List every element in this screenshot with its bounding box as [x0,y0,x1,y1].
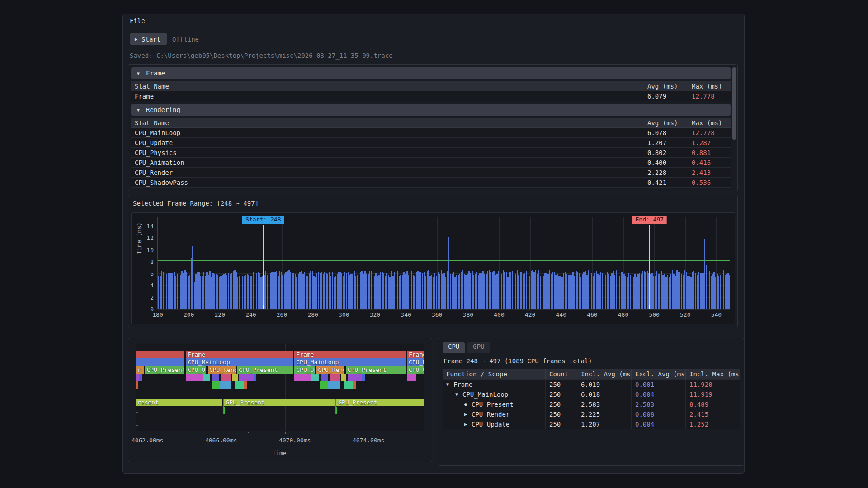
timeline-segment-GPU_Present[interactable]: GPU_Present [224,399,335,406]
timeline-segment-subscope-row-2[interactable] [344,381,353,389]
timeline-segment-Frame[interactable]: Frame [294,351,405,358]
frame-bar [428,270,429,309]
frame-bar [316,273,318,309]
column-header: Avg (ms) [642,118,686,127]
timeline-segment-subscope-row-2[interactable] [235,381,244,389]
start-marker-label[interactable]: Start: 248 [242,216,284,224]
timeline-segment-subscope-row-1[interactable] [321,374,328,381]
frame-bar [484,274,486,309]
frame-bar [285,272,287,309]
timeline-segment-CPU_Render[interactable]: CPU_Render [316,366,344,374]
excl-avg-cell: 2.583 [632,399,686,409]
timeline-segment-subscope-row-1[interactable] [348,374,363,381]
timeline-segment-subscope-row-1[interactable] [232,374,237,381]
timeline-segment-subscope-row-2[interactable] [320,381,328,389]
timeline-segment-Frame[interactable]: Frame [407,351,424,358]
timeline-segment-CPU_MainLoop[interactable]: CPU_MainLoop [294,358,405,366]
tree-expand-icon[interactable]: ▼ [446,380,449,389]
timeline-segment-subscope-row-1[interactable] [330,374,340,381]
menu-file[interactable]: File [123,14,152,28]
play-icon: ▶ [135,37,137,42]
scrollbar-thumb[interactable] [732,67,736,140]
frame-bar [514,274,515,309]
start-button[interactable]: ▶ Start [130,33,167,45]
function-row[interactable]: ▶CPU_Update2501.2070.0041.252 [443,419,740,429]
tree-expand-icon[interactable]: ▶ [464,409,467,419]
timeline-segment-Frame[interactable]: Frame [186,351,293,358]
tree-expand-icon[interactable]: ▶ [464,419,467,429]
timeline-segment-r[interactable]: r [136,366,144,374]
timeline-segment-subscope-row-1[interactable] [136,374,139,381]
function-row[interactable]: ▶CPU_Render2502.2250.0082.415 [443,409,740,419]
stat-avg: 1.207 [642,138,686,147]
timeline-canvas[interactable]: FrameFrameFrameCPU_MainLoopCPU_MainLoopC… [136,344,424,431]
timeline-segment-GPU_Present[interactable]: GPU_Present [336,399,424,406]
tree-expand-icon[interactable]: ▼ [455,389,458,399]
frame-bar [330,276,332,309]
timeline-segment-subscope-row-1[interactable] [362,374,365,381]
timeline-segment-CPU_MainLoop[interactable]: CPU_MainLoop [186,358,293,366]
frame-bar [542,274,543,309]
timeline-segment-subscope-row-2[interactable] [212,381,220,389]
timeline-segment-CPU_MainLoop[interactable]: CPU_MainLoop [407,358,424,366]
tab-cpu[interactable]: CPU [443,342,465,353]
frame-bar [296,277,297,309]
timeline-segment-subscope-row-2[interactable] [328,381,339,389]
frame-bar [253,272,254,309]
section-header-rendering[interactable]: ▼Rendering [131,104,731,116]
end-marker-label[interactable]: End: 497 [632,216,667,224]
details-panel: CPUGPU Frame 248 ~ 497 (1089 CPU frames … [438,338,744,466]
timeline-segment-subscope-row-1[interactable] [341,374,346,381]
timeline-segment-subscope-row-1[interactable] [221,374,231,381]
stats-scrollbar[interactable] [732,67,736,188]
timeline-segment-subscope-row-1[interactable] [294,374,311,381]
frame-bar [630,275,631,309]
timeline-segment-subscope-row-2[interactable] [220,381,231,389]
timeline-segment-CPU_Present[interactable]: CPU_Present [346,366,406,374]
track-tick [136,412,138,413]
timeline-segment-CPU_Update[interactable]: CPU_Update [186,366,207,374]
frame-bar [431,275,433,309]
frame-time-chart[interactable]: 0246810121418020022024026028030032034036… [131,212,735,324]
timeline-segment-CPU_Present[interactable]: CPU_Present [145,366,184,374]
end-marker-line[interactable] [649,225,650,309]
function-row[interactable]: ▼CPU_MainLoop2506.0180.00411.919 [443,389,740,399]
timeline-segment-subscope-row-1[interactable] [311,374,319,381]
tab-gpu[interactable]: GPU [467,342,490,353]
frame-bar [338,272,340,309]
section-header-frame[interactable]: ▼Frame [131,67,731,79]
timeline-segment-mainloop-row[interactable] [136,358,184,366]
timeline-segment-subscope-row-1[interactable] [186,374,203,381]
timeline-segment-CPU_Present[interactable]: CPU_Present [237,366,293,374]
timeline-segment-subscope-row-1[interactable] [407,374,416,381]
axis-tick [396,432,396,433]
timeline-segment-subscope-row-2[interactable] [136,381,138,389]
timeline-segment-CPU_Update[interactable]: CPU_Update [294,366,315,374]
timeline-segment-CPU_Update[interactable]: CPU_Update [407,366,424,374]
timeline-segment-subscope-row-1[interactable] [239,374,254,381]
chart-plot-area[interactable]: 0246810121418020022024026028030032034036… [157,217,730,309]
timeline-segment-subscope-row-1[interactable] [203,374,210,381]
timeline-segment-subscope-row-1[interactable] [139,374,142,381]
timeline-segment-CPU_Render[interactable]: CPU_Render [208,366,236,374]
tree-expand-icon[interactable]: ● [464,399,467,409]
frame-bar [676,270,678,309]
timeline-segment-subscope-row-1[interactable] [212,374,219,381]
timeline-segment-subscope-row-1[interactable] [254,374,257,381]
function-row[interactable]: ●CPU_Present2502.5832.5838.489 [443,399,740,409]
start-marker-line[interactable] [263,225,264,309]
frame-bar [700,273,701,309]
timeline-segment-subscope-row-2[interactable] [244,381,247,389]
timeline-segment-resent[interactable]: resent [136,399,222,406]
timeline-segment-frame-row[interactable] [136,351,184,358]
frame-bar [241,275,242,309]
function-name: CPU_MainLoop [462,389,508,399]
frame-bar [282,275,283,309]
incl-max-cell: 2.415 [686,409,740,419]
timeline-segment-subscope-row-2[interactable] [353,381,356,389]
frame-bar [495,275,496,309]
excl-avg-cell: 0.001 [632,380,686,389]
frame-bar [720,275,721,309]
column-header: Avg (ms) [642,81,686,91]
function-row[interactable]: ▼Frame2506.0190.00111.920 [443,380,740,389]
